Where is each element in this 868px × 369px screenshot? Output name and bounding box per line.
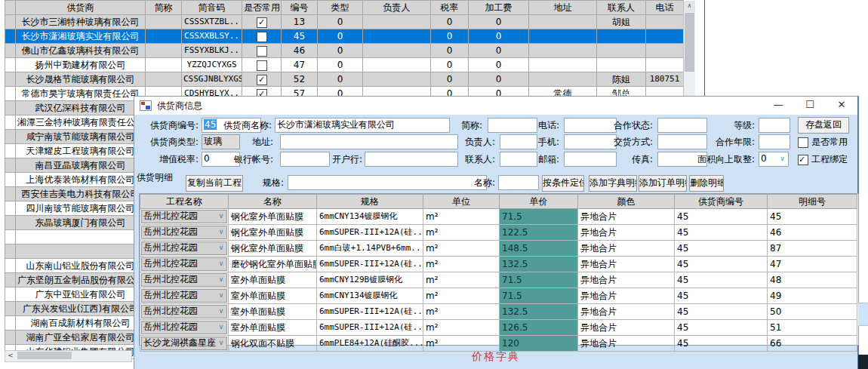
- project-combo[interactable]: 岳州北控花园∨: [141, 321, 227, 334]
- scroll-up-icon[interactable]: ∧: [684, 1, 695, 12]
- checkbox-icon: [257, 60, 267, 71]
- detail-row[interactable]: 岳州北控花园∨钢化室外单面贴膜6mm白玻+1.14PVB+6mm...m²148…: [140, 241, 857, 257]
- common-use-cell[interactable]: [242, 44, 282, 58]
- column-header[interactable]: 联系人: [597, 1, 646, 15]
- cell[interactable]: 120: [500, 336, 578, 352]
- column-header[interactable]: 类型: [318, 1, 363, 15]
- column-header[interactable]: 明细号: [768, 195, 857, 209]
- column-header[interactable]: 是否常用: [242, 1, 282, 15]
- cell[interactable]: 132.5: [500, 257, 578, 272]
- column-header[interactable]: 供货商编号: [675, 195, 768, 209]
- detail-row[interactable]: 长沙龙湖祺鑫星座∨钢化双面不贴膜6mmPLE84+12A(硅酮胶...m²120…: [140, 336, 857, 352]
- project-combo[interactable]: 岳州北控花园∨: [141, 305, 227, 318]
- column-header[interactable]: 电话: [646, 1, 684, 15]
- column-header[interactable]: 工程名称: [140, 195, 229, 209]
- column-header[interactable]: 税率: [431, 1, 469, 15]
- cell[interactable]: 132.5: [500, 304, 578, 320]
- common-use-cell[interactable]: [242, 29, 282, 44]
- project-combo[interactable]: 长沙龙湖祺鑫星座∨: [141, 337, 227, 350]
- grade-field[interactable]: [759, 118, 790, 133]
- detail-grid-header: 工程名称名称规格单位单价颜色供货商编号明细号: [140, 195, 857, 209]
- column-header[interactable]: 加工费: [469, 1, 529, 15]
- address-field[interactable]: [280, 134, 458, 149]
- common-use-cell[interactable]: [242, 72, 282, 87]
- detail-row[interactable]: 岳州北控花园∨磨砂钢化室外单面贴膜6mmSUPER-III+12A(硅...m²…: [140, 257, 857, 272]
- dialog-titlebar[interactable]: 供货商信息 — ☐ ✕: [134, 97, 857, 115]
- column-header[interactable]: 颜色: [578, 195, 675, 209]
- project-combo-cell[interactable]: 岳州北控花园∨: [140, 225, 229, 241]
- detail-row[interactable]: 岳州北控花园∨钢化室外单面贴膜6mmCNY134镀膜钢化m²71.5异地合片45…: [140, 209, 857, 225]
- cell[interactable]: 148.5: [500, 241, 578, 257]
- cell[interactable]: 71.5: [500, 288, 578, 304]
- supplier-row[interactable]: 长沙晟格节能玻璃有限公司CSSGJNBLYXGS52000陈姐180751: [5, 72, 684, 87]
- detail-row[interactable]: 岳州北控花园∨室外单面贴膜6mmSUPER-III+12A(硅...m²126.…: [140, 320, 857, 336]
- supplier-name-field[interactable]: 长沙市潇湘玻璃实业有限公司: [275, 118, 450, 133]
- supplier-row[interactable]: 长沙市潇湘玻璃实业有限公司CSSXXBLSY..45000: [5, 29, 684, 44]
- round-up-select[interactable]: 0∨: [759, 152, 789, 167]
- column-header[interactable]: 供货商: [16, 1, 146, 15]
- bank-account-field[interactable]: [280, 152, 330, 167]
- cell: 室外单面贴膜: [229, 304, 317, 320]
- spec-filter-input[interactable]: [288, 175, 487, 190]
- project-combo[interactable]: 岳州北控花园∨: [141, 226, 227, 239]
- detail-row[interactable]: 岳州北控花园∨钢化室外单面贴膜6mmSUPER-III+12A(硅...m²12…: [140, 225, 857, 241]
- horizontal-scrollbar[interactable]: <: [5, 350, 132, 362]
- coop-status-field[interactable]: [657, 118, 707, 133]
- cell[interactable]: 122.5: [500, 225, 578, 241]
- project-combo-cell[interactable]: 岳州北控花园∨: [140, 288, 229, 304]
- coop-years-field[interactable]: [759, 134, 790, 149]
- project-combo-cell[interactable]: 岳州北控花园∨: [140, 272, 229, 288]
- project-combo-cell[interactable]: 岳州北控花园∨: [140, 209, 229, 225]
- cell: 45: [675, 225, 768, 241]
- project-bind-checkbox[interactable]: 工程绑定: [798, 152, 848, 167]
- detail-row[interactable]: 岳州北控花园∨室外单面贴膜6mmCNY134镀膜钢化m²71.5异地合片4549: [140, 288, 857, 304]
- scrollbar-thumb[interactable]: [685, 13, 694, 72]
- cell[interactable]: 71.5: [500, 209, 578, 225]
- maximize-icon[interactable]: ☐: [794, 97, 826, 115]
- close-icon[interactable]: ✕: [826, 97, 857, 115]
- project-combo[interactable]: 岳州北控花园∨: [141, 289, 227, 303]
- locate-button[interactable]: 按条件定位: [542, 175, 584, 192]
- add-dict-button[interactable]: 添加字典明细: [589, 175, 637, 192]
- save-return-button[interactable]: 存盘返回: [798, 117, 849, 134]
- project-combo-cell[interactable]: 岳州北控花园∨: [140, 320, 229, 336]
- detail-row[interactable]: 岳州北控花园∨室外单面贴膜6mmSUPER-III+12A(硅...m²132.…: [140, 304, 857, 320]
- supplier-row[interactable]: 扬州中勤建材有限公司YZZQJCYXGS47000: [5, 58, 684, 72]
- project-combo-cell[interactable]: 岳州北控花园∨: [140, 257, 229, 272]
- cell[interactable]: 126.5: [500, 320, 578, 336]
- project-combo[interactable]: 岳州北控花园∨: [141, 210, 227, 223]
- column-header[interactable]: 简音码: [182, 1, 242, 15]
- supplier-row[interactable]: 长沙市三湘特种玻璃有限公司CSSSXTZBL..13000胡姐: [5, 15, 684, 29]
- bank-field[interactable]: [365, 152, 458, 167]
- project-combo[interactable]: 岳州北控花园∨: [141, 273, 227, 287]
- supplier-type-field[interactable]: 玻璃: [202, 134, 240, 149]
- copy-project-button[interactable]: 复制当前工程: [186, 175, 243, 192]
- column-header[interactable]: 负责人: [363, 1, 431, 15]
- column-header[interactable]: 编号: [282, 1, 318, 15]
- project-combo-cell[interactable]: 岳州北控花园∨: [140, 241, 229, 257]
- column-header[interactable]: 单价: [500, 195, 578, 209]
- project-combo[interactable]: 岳州北控花园∨: [141, 241, 227, 255]
- project-combo-cell[interactable]: 长沙龙湖祺鑫星座∨: [140, 336, 229, 352]
- common-use-cell[interactable]: [242, 15, 282, 29]
- column-header[interactable]: 地址: [529, 1, 597, 15]
- cell[interactable]: 71.5: [500, 272, 578, 288]
- scroll-left-icon[interactable]: <: [5, 351, 16, 360]
- minimize-icon[interactable]: —: [762, 97, 794, 115]
- detail-row[interactable]: 岳州北控花园∨室外单面贴膜6mmCNY129B镀膜钢化m²71.5异地合片454…: [140, 272, 857, 288]
- scrollbar-thumb[interactable]: [17, 352, 72, 359]
- delete-detail-button[interactable]: 删除明细: [689, 175, 724, 192]
- common-use-cell[interactable]: [242, 58, 282, 72]
- project-combo[interactable]: 岳州北控花园∨: [141, 257, 227, 271]
- column-header[interactable]: 名称: [229, 195, 317, 209]
- name-filter-input[interactable]: [498, 175, 539, 190]
- column-header[interactable]: 简称: [146, 1, 182, 15]
- dialog-body: 供货商编号: 45 供货商名称: 长沙市潇湘玻璃实业有限公司 简称: 电话: 合…: [134, 115, 857, 369]
- column-header[interactable]: 规格: [317, 195, 423, 209]
- project-combo-cell[interactable]: 岳州北控花园∨: [140, 304, 229, 320]
- common-use-checkbox[interactable]: 是否常用: [798, 134, 848, 149]
- add-order-button[interactable]: 添加订单明细: [639, 175, 687, 192]
- column-header[interactable]: 单位: [423, 195, 500, 209]
- supplier-row[interactable]: 佛山市亿鑫玻璃科技有限公司FSSYXBLKJ..46000: [5, 44, 684, 58]
- email-field[interactable]: [564, 152, 617, 167]
